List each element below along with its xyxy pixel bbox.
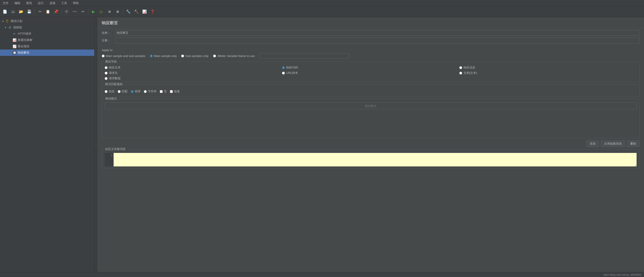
open-button[interactable]: 📂 [18, 8, 25, 15]
menu-file[interactable]: 文件 [2, 1, 10, 6]
menu-find[interactable]: 查找 [25, 1, 33, 6]
field-resp-text[interactable]: 响应文本 [105, 66, 282, 70]
delete-btn[interactable]: 删除 [627, 141, 640, 147]
radio-main-only-input[interactable] [150, 55, 153, 58]
menu-help[interactable]: 帮助 [72, 1, 80, 6]
comment-input[interactable] [115, 38, 640, 44]
status-url: https://blog.csdn.net/qq_38628046 [603, 273, 641, 276]
radio-sub-only-label: Sub-samples only [185, 54, 208, 58]
radio-jmeter-var-label: JMeter Variable Name to use [217, 54, 255, 58]
sidebar-label-agg-report: 聚合报告 [18, 44, 30, 49]
pattern-substring[interactable]: 字符串 [144, 89, 156, 94]
menu-tools[interactable]: 工具 [60, 1, 68, 6]
toolbar: 📄 🗂 📂 💾 ✂ 📋 📌 ➕ ➖ ↩ ▶ ▷ ⏺ ⏹ 🔧 🔨 📊 ❓ [0, 6, 644, 17]
arrow-test-plan: ▼ [2, 20, 5, 23]
content-panel: 响应断言 名称： 注释： Apply to: Main sample and s… [97, 17, 644, 272]
pattern-or-label: 或者 [174, 89, 180, 94]
shutdown-button[interactable]: ⏹ [114, 8, 121, 15]
new-button[interactable]: 📄 [1, 8, 8, 15]
name-input[interactable] [115, 30, 640, 36]
menu-edit[interactable]: 编辑 [14, 1, 21, 6]
pattern-matches-label: 匹配 [122, 89, 128, 94]
test-mode-section: 测试模式 [102, 99, 640, 138]
radio-jmeter-var-input[interactable] [213, 55, 216, 58]
menu-run[interactable]: 运行 [37, 1, 44, 6]
report-icon: 📈 [12, 44, 17, 49]
pattern-equals-input[interactable] [131, 90, 134, 93]
save-button[interactable]: 💾 [26, 8, 33, 15]
fail-msg-title: 自定义失败消息 [104, 147, 126, 151]
field-req-data[interactable]: 请求数据 [105, 76, 282, 80]
field-url-sample-input[interactable] [282, 72, 285, 75]
field-doc-text[interactable]: 文档(文本) [459, 71, 636, 75]
pattern-equals-label: 相等 [135, 89, 141, 94]
field-resp-text-input[interactable] [105, 66, 108, 69]
template-button[interactable]: 🗂 [10, 8, 17, 15]
radio-jmeter-var[interactable]: JMeter Variable Name to use [213, 54, 255, 58]
field-resp-msg-input[interactable] [459, 66, 462, 69]
start-no-pause-button[interactable]: ▷ [98, 8, 105, 15]
field-resp-code[interactable]: 响应代码 [282, 66, 459, 70]
field-url-sample[interactable]: URL样本 [282, 71, 459, 75]
add-button[interactable]: ➕ [63, 8, 70, 15]
pattern-or-input[interactable] [170, 90, 173, 93]
radio-sub-only-input[interactable] [181, 55, 184, 58]
pattern-or[interactable]: 或者 [170, 89, 180, 94]
arrow-thread-group: ▼ [4, 26, 8, 29]
radio-sub-only[interactable]: Sub-samples only [181, 54, 208, 58]
panel-header: 响应断言 [97, 17, 644, 28]
pattern-contains-input[interactable] [105, 90, 108, 93]
pattern-substring-label: 字符串 [148, 89, 156, 94]
pattern-contains[interactable]: 包括 [105, 89, 114, 94]
add-btn[interactable]: 添加 [586, 141, 599, 147]
pattern-negate-input[interactable] [160, 90, 163, 93]
menu-options[interactable]: 选项 [48, 1, 56, 6]
remove-button[interactable]: ➖ [71, 8, 78, 15]
field-req-header-input[interactable] [105, 72, 108, 75]
test-mode-input[interactable] [105, 103, 636, 109]
field-req-data-input[interactable] [105, 77, 108, 80]
jmeter-var-input-field[interactable] [259, 53, 349, 59]
http-icon: ✏ [12, 32, 17, 36]
sidebar-item-thread-group[interactable]: ▼ ⚙ 线程组 [0, 24, 94, 31]
field-doc-text-label: 文档(文本) [464, 71, 477, 75]
pattern-substring-input[interactable] [144, 90, 147, 93]
pattern-matches[interactable]: 匹配 [118, 89, 128, 94]
help-button[interactable]: ❓ [149, 8, 156, 15]
field-url-sample-label: URL样本 [286, 71, 298, 75]
name-section: 名称： 注释： [97, 28, 644, 47]
field-doc-text-input[interactable] [459, 72, 462, 75]
field-req-header-label: 请求头 [109, 71, 118, 75]
sidebar-item-test-plan[interactable]: ▼ 🗒 测试计划 [0, 18, 94, 24]
collapse-handle[interactable]: ⋮ [94, 17, 97, 272]
pattern-negate[interactable]: 否 [160, 89, 167, 94]
pattern-contains-label: 包括 [109, 89, 114, 94]
field-resp-code-input[interactable] [282, 66, 285, 69]
sidebar-item-view-results[interactable]: 📊 察看结果树 [0, 37, 94, 43]
remote-all-button[interactable]: 🔨 [133, 8, 140, 15]
radio-main-sub-input[interactable] [102, 55, 105, 58]
stop-button[interactable]: ⏺ [106, 8, 113, 15]
pattern-matches-input[interactable] [118, 90, 120, 93]
sep2 [61, 9, 62, 15]
field-resp-msg[interactable]: 响应信息 [459, 66, 636, 70]
fail-msg-input[interactable] [114, 153, 636, 166]
sidebar-item-agg-report[interactable]: 📈 聚合报告 [0, 43, 94, 50]
add-from-clipboard-btn[interactable]: 从剪贴板添加 [601, 141, 625, 147]
clear-button[interactable]: 📊 [141, 8, 148, 15]
pattern-equals[interactable]: 相等 [131, 89, 141, 94]
copy-button[interactable]: 📋 [44, 8, 52, 15]
cut-button[interactable]: ✂ [36, 8, 44, 15]
paste-button[interactable]: 📌 [52, 8, 60, 15]
radio-main-only[interactable]: Main sample only [150, 54, 177, 58]
sep1 [34, 9, 35, 15]
undo-button[interactable]: ↩ [79, 8, 86, 15]
tree-icon: 📊 [12, 38, 17, 42]
apply-to-radio-group: Main sample and sub-samples Main sample … [102, 53, 640, 59]
field-req-header[interactable]: 请求头 [105, 71, 282, 75]
sidebar-item-http-request[interactable]: ✏ HTTP请求 [0, 31, 94, 37]
start-button[interactable]: ▶ [90, 8, 97, 15]
radio-main-sub[interactable]: Main sample and sub-samples [102, 54, 145, 58]
sidebar-item-response-assert[interactable]: 🔲 响应断言 [0, 50, 94, 56]
remote-button[interactable]: 🔧 [125, 8, 132, 15]
